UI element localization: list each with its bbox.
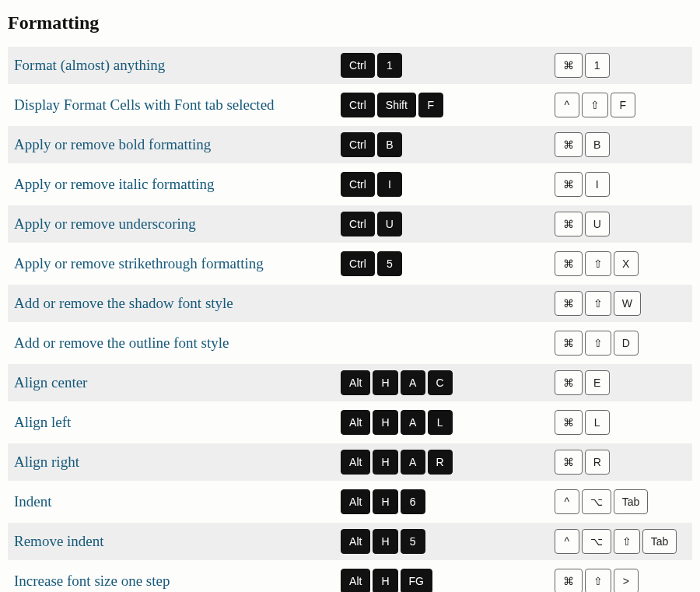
shortcut-row: Add or remove the outline font style⌘⇧D <box>8 324 692 362</box>
mac-shortcut: ⌘⇧W <box>550 285 692 322</box>
key-light: U <box>585 212 610 236</box>
key-dark: Shift <box>377 93 416 117</box>
key-light: ⇧ <box>585 291 611 316</box>
key-dark: U <box>377 212 402 236</box>
key-dark: H <box>373 529 397 554</box>
shortcut-description[interactable]: Add or remove the shadow font style <box>8 285 336 322</box>
key-dark: B <box>377 132 402 157</box>
mac-shortcut: ⌘R <box>550 443 692 481</box>
key-dark: F <box>418 93 443 117</box>
key-light: B <box>585 132 610 157</box>
windows-shortcut: AltHAR <box>336 443 550 481</box>
shortcut-description[interactable]: Align left <box>8 404 336 441</box>
key-light: ⌘ <box>555 410 583 435</box>
shortcut-row: Display Format Cells with Font tab selec… <box>8 86 692 124</box>
windows-shortcut: AltHAC <box>336 364 550 401</box>
windows-shortcut: AltHFG <box>336 562 550 592</box>
key-dark: Alt <box>341 370 370 395</box>
shortcut-description[interactable]: Align right <box>8 443 336 481</box>
key-dark: Ctrl <box>341 93 375 117</box>
key-light: ⌘ <box>555 331 583 356</box>
key-light: ⌘ <box>555 132 583 157</box>
key-dark: H <box>373 450 397 475</box>
key-light: ⌘ <box>555 251 583 276</box>
key-dark: Alt <box>341 569 370 592</box>
key-dark: Alt <box>341 489 370 514</box>
shortcut-row: Remove indentAltH5^⌥⇧Tab <box>8 523 692 560</box>
key-dark: Ctrl <box>341 172 375 197</box>
shortcut-row: IndentAltH6^⌥Tab <box>8 483 692 520</box>
windows-shortcut: CtrlShiftF <box>336 86 550 124</box>
key-light: W <box>614 291 641 316</box>
key-dark: 5 <box>401 529 425 554</box>
windows-shortcut: CtrlB <box>336 126 550 163</box>
key-light: ⌘ <box>555 291 583 316</box>
shortcut-description[interactable]: Apply or remove strikethrough formatting <box>8 245 336 282</box>
key-light: ⌘ <box>555 172 583 197</box>
key-light: ⇧ <box>614 529 640 554</box>
windows-shortcut: AltH6 <box>336 483 550 520</box>
key-dark: 6 <box>401 489 425 514</box>
key-dark: A <box>401 410 425 435</box>
mac-shortcut: ⌘⇧> <box>550 562 692 592</box>
mac-shortcut: ⌘L <box>550 404 692 441</box>
key-light: ⌥ <box>582 529 611 554</box>
key-dark: H <box>373 410 397 435</box>
key-dark: Ctrl <box>341 132 375 157</box>
mac-shortcut: ⌘⇧D <box>550 324 692 362</box>
windows-shortcut: CtrlI <box>336 166 550 203</box>
shortcut-row: Align leftAltHAL⌘L <box>8 404 692 441</box>
key-light: ⌘ <box>555 53 583 78</box>
shortcut-description[interactable]: Indent <box>8 483 336 520</box>
mac-shortcut: ⌘B <box>550 126 692 163</box>
key-dark: I <box>377 172 402 197</box>
key-dark: Alt <box>341 410 370 435</box>
windows-shortcut <box>336 324 550 362</box>
key-dark: Ctrl <box>341 53 375 78</box>
shortcut-description[interactable]: Align center <box>8 364 336 401</box>
shortcut-description[interactable]: Display Format Cells with Font tab selec… <box>8 86 336 124</box>
shortcut-row: Format (almost) anythingCtrl1⌘1 <box>8 47 692 84</box>
mac-shortcut: ^⌥Tab <box>550 483 692 520</box>
key-dark: Alt <box>341 529 370 554</box>
key-light: ⌘ <box>555 569 583 592</box>
windows-shortcut: AltHAL <box>336 404 550 441</box>
shortcut-description[interactable]: Add or remove the outline font style <box>8 324 336 362</box>
key-dark: 1 <box>377 53 402 78</box>
key-dark: 5 <box>377 251 402 276</box>
mac-shortcut: ^⌥⇧Tab <box>550 523 692 560</box>
key-dark: Ctrl <box>341 251 375 276</box>
shortcut-description[interactable]: Apply or remove underscoring <box>8 205 336 243</box>
shortcut-row: Add or remove the shadow font style⌘⇧W <box>8 285 692 322</box>
key-dark: R <box>428 450 453 475</box>
shortcut-description[interactable]: Apply or remove italic formatting <box>8 166 336 203</box>
shortcut-description[interactable]: Increase font size one step <box>8 562 336 592</box>
key-light: ⌥ <box>582 489 611 514</box>
mac-shortcut: ⌘E <box>550 364 692 401</box>
shortcut-row: Increase font size one stepAltHFG⌘⇧> <box>8 562 692 592</box>
key-light: R <box>585 450 610 475</box>
key-light: ^ <box>555 529 579 554</box>
shortcut-description[interactable]: Format (almost) anything <box>8 47 336 84</box>
key-light: F <box>611 93 635 117</box>
key-light: > <box>614 569 639 592</box>
shortcut-row: Apply or remove underscoringCtrlU⌘U <box>8 205 692 243</box>
windows-shortcut: CtrlU <box>336 205 550 243</box>
key-light: ^ <box>555 489 579 514</box>
key-dark: A <box>401 370 425 395</box>
key-dark: Alt <box>341 450 370 475</box>
key-light: Tab <box>614 489 649 514</box>
mac-shortcut: ⌘U <box>550 205 692 243</box>
shortcut-description[interactable]: Apply or remove bold formatting <box>8 126 336 163</box>
key-dark: H <box>373 569 397 592</box>
windows-shortcut: Ctrl5 <box>336 245 550 282</box>
key-light: 1 <box>585 53 610 78</box>
shortcut-description[interactable]: Remove indent <box>8 523 336 560</box>
key-dark: C <box>428 370 453 395</box>
key-light: Tab <box>642 529 677 554</box>
shortcut-row: Apply or remove italic formattingCtrlI⌘I <box>8 166 692 203</box>
key-light: X <box>614 251 639 276</box>
key-light: ⌘ <box>555 450 583 475</box>
windows-shortcut: AltH5 <box>336 523 550 560</box>
section-title: Formatting <box>8 12 692 33</box>
